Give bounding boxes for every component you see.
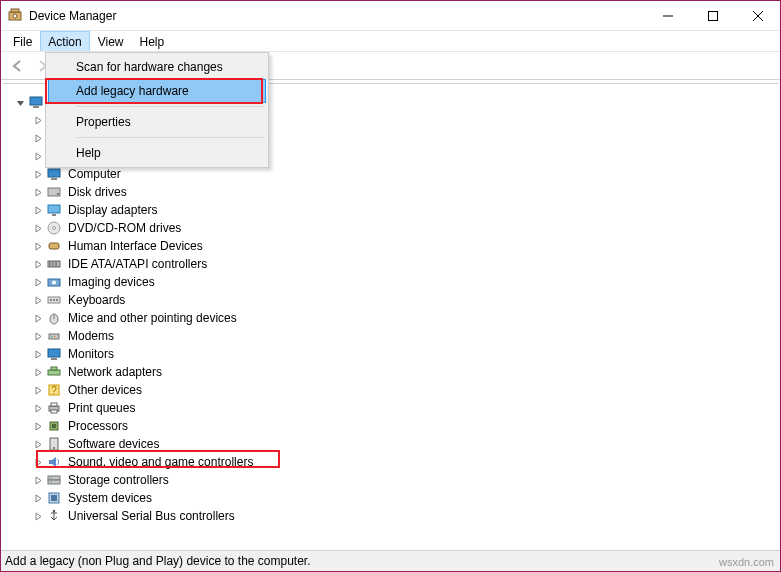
expander-closed-icon[interactable] (31, 491, 46, 506)
tree-node-label: IDE ATA/ATAPI controllers (66, 256, 209, 272)
expander-closed-icon[interactable] (31, 185, 46, 200)
tree-node-label: Display adapters (66, 202, 159, 218)
expander-closed-icon[interactable] (31, 365, 46, 380)
svg-rect-15 (48, 205, 60, 213)
svg-rect-37 (48, 370, 60, 375)
tree-node[interactable]: Mice and other pointing devices (3, 309, 778, 327)
display-icon (46, 202, 62, 218)
menu-view[interactable]: View (90, 31, 132, 51)
storage-icon (46, 472, 62, 488)
other-icon: ? (46, 382, 62, 398)
expander-closed-icon[interactable] (31, 149, 46, 164)
tree-node-label: Processors (66, 418, 130, 434)
menu-action[interactable]: Action (40, 31, 89, 51)
menu-file[interactable]: File (5, 31, 40, 51)
tree-node[interactable]: System devices (3, 489, 778, 507)
svg-rect-12 (51, 178, 57, 180)
svg-rect-28 (53, 299, 55, 301)
svg-point-14 (57, 193, 59, 195)
tree-node[interactable]: ?Other devices (3, 381, 778, 399)
svg-rect-7 (30, 97, 42, 105)
tree-node-label: Software devices (66, 436, 161, 452)
expander-closed-icon[interactable] (31, 401, 46, 416)
menu-help[interactable]: Help (48, 141, 266, 165)
tree-node[interactable]: Universal Serial Bus controllers (3, 507, 778, 525)
monitor-icon (46, 166, 62, 182)
tree-node[interactable]: Print queues (3, 399, 778, 417)
expander-open-icon[interactable] (13, 95, 28, 110)
expander-closed-icon[interactable] (31, 419, 46, 434)
expander-closed-icon[interactable] (31, 131, 46, 146)
expander-closed-icon[interactable] (31, 293, 46, 308)
expander-closed-icon[interactable] (31, 167, 46, 182)
tree-node[interactable]: Imaging devices (3, 273, 778, 291)
status-bar: Add a legacy (non Plug and Play) device … (1, 550, 780, 571)
title-bar: Device Manager (1, 1, 780, 31)
tree-node[interactable]: Software devices (3, 435, 778, 453)
tree-node[interactable]: Processors (3, 417, 778, 435)
tree-node[interactable]: Sound, video and game controllers (3, 453, 778, 471)
menu-separator (76, 106, 265, 107)
tree-node[interactable]: Monitors (3, 345, 778, 363)
svg-rect-27 (50, 299, 52, 301)
maximize-button[interactable] (690, 1, 735, 30)
menu-add-legacy-hardware[interactable]: Add legacy hardware (48, 79, 266, 103)
svg-point-18 (53, 227, 56, 230)
expander-closed-icon[interactable] (31, 239, 46, 254)
tree-node-label: Network adapters (66, 364, 164, 380)
svg-rect-43 (51, 410, 57, 413)
software-icon (46, 436, 62, 452)
close-button[interactable] (735, 1, 780, 30)
hid-icon (46, 238, 62, 254)
app-icon (7, 8, 23, 24)
expander-closed-icon[interactable] (31, 455, 46, 470)
tree-node-label: Disk drives (66, 184, 129, 200)
expander-closed-icon[interactable] (31, 311, 46, 326)
menu-scan-hardware[interactable]: Scan for hardware changes (48, 55, 266, 79)
svg-rect-8 (33, 106, 39, 108)
tree-node-label: System devices (66, 490, 154, 506)
tree-node-label: Computer (66, 166, 123, 182)
usb-icon (46, 508, 62, 524)
tree-node-label: Human Interface Devices (66, 238, 205, 254)
menu-bar: File Action View Help (1, 31, 780, 52)
expander-closed-icon[interactable] (31, 329, 46, 344)
tree-node[interactable]: Human Interface Devices (3, 237, 778, 255)
svg-rect-1 (11, 9, 19, 12)
modem-icon (46, 328, 62, 344)
watermark: wsxdn.com (719, 556, 774, 568)
svg-rect-35 (48, 349, 60, 357)
minimize-button[interactable] (645, 1, 690, 30)
cd-icon (46, 220, 62, 236)
expander-closed-icon[interactable] (31, 257, 46, 272)
svg-point-54 (53, 510, 55, 512)
expander-closed-icon[interactable] (31, 221, 46, 236)
svg-rect-29 (56, 299, 58, 301)
svg-rect-16 (52, 214, 56, 216)
expander-closed-icon[interactable] (31, 383, 46, 398)
expander-closed-icon[interactable] (31, 275, 46, 290)
menu-help[interactable]: Help (132, 31, 173, 51)
back-button[interactable] (5, 55, 28, 77)
expander-closed-icon[interactable] (31, 509, 46, 524)
svg-point-2 (13, 14, 17, 18)
tree-node[interactable]: Storage controllers (3, 471, 778, 489)
menu-properties[interactable]: Properties (48, 110, 266, 134)
svg-point-47 (53, 447, 55, 449)
svg-rect-19 (49, 243, 59, 249)
tree-node[interactable]: Disk drives (3, 183, 778, 201)
tree-node[interactable]: Network adapters (3, 363, 778, 381)
expander-closed-icon[interactable] (31, 347, 46, 362)
expander-closed-icon[interactable] (31, 203, 46, 218)
status-text: Add a legacy (non Plug and Play) device … (5, 554, 311, 568)
tree-node[interactable]: Keyboards (3, 291, 778, 309)
tree-node[interactable]: Display adapters (3, 201, 778, 219)
expander-closed-icon[interactable] (31, 437, 46, 452)
keyboard-icon (46, 292, 62, 308)
expander-closed-icon[interactable] (31, 473, 46, 488)
tree-node[interactable]: DVD/CD-ROM drives (3, 219, 778, 237)
tree-node[interactable]: Modems (3, 327, 778, 345)
tree-node[interactable]: IDE ATA/ATAPI controllers (3, 255, 778, 273)
menu-separator (76, 137, 265, 138)
expander-closed-icon[interactable] (31, 113, 46, 128)
